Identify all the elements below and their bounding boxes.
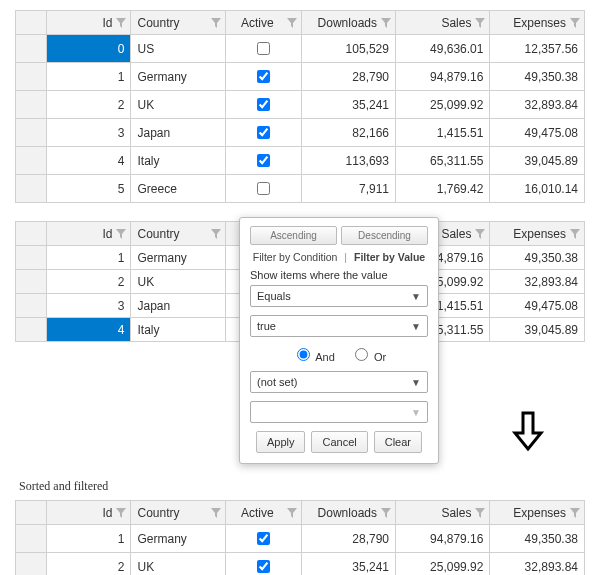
cell-id[interactable]: 2 [47,270,131,294]
filter-icon[interactable] [287,18,297,28]
column-header-active[interactable]: Active [225,501,301,525]
cell-country[interactable]: UK [131,91,225,119]
cell-expenses[interactable]: 49,475.08 [490,119,585,147]
column-header-id[interactable]: Id [47,222,131,246]
apply-button[interactable]: Apply [256,431,306,453]
column-header-id[interactable]: Id [47,11,131,35]
active-checkbox[interactable] [257,70,270,83]
cell-downloads[interactable]: 28,790 [301,63,395,91]
cell-active[interactable] [225,63,301,91]
cell-sales[interactable]: 94,879.16 [395,525,489,553]
cell-expenses[interactable]: 32,893.84 [490,270,585,294]
filter-icon[interactable] [116,508,126,518]
row-header[interactable] [16,270,47,294]
sort-ascending-button[interactable]: Ascending [250,226,337,245]
cell-downloads[interactable]: 35,241 [301,553,395,576]
cell-country[interactable]: UK [131,270,225,294]
row-header[interactable] [16,63,47,91]
table-row[interactable]: 0US105,52949,636.0112,357.56 [16,35,585,63]
filter-value-2[interactable]: ▼ [250,401,428,423]
cell-id[interactable]: 2 [47,553,131,576]
filter-logic-or[interactable]: Or [350,351,386,363]
cell-id[interactable]: 3 [47,294,131,318]
cell-id[interactable]: 3 [47,119,131,147]
active-checkbox[interactable] [257,126,270,139]
cell-active[interactable] [225,175,301,203]
filter-icon[interactable] [475,508,485,518]
cell-id[interactable]: 1 [47,246,131,270]
cell-active[interactable] [225,147,301,175]
filter-icon[interactable] [287,508,297,518]
cell-country[interactable]: Germany [131,63,225,91]
table-row[interactable]: 4Italy113,69365,311.5539,045.89 [16,147,585,175]
cell-active[interactable] [225,119,301,147]
row-header[interactable] [16,553,47,576]
filter-icon[interactable] [116,18,126,28]
filter-operator-2[interactable]: (not set)▼ [250,371,428,393]
column-header-sales[interactable]: Sales [395,11,489,35]
cell-expenses[interactable]: 32,893.84 [490,553,585,576]
cell-active[interactable] [225,525,301,553]
clear-button[interactable]: Clear [374,431,422,453]
column-header-active[interactable]: Active [225,11,301,35]
cell-expenses[interactable]: 39,045.89 [490,147,585,175]
cell-country[interactable]: Greece [131,175,225,203]
cell-expenses[interactable]: 12,357.56 [490,35,585,63]
filter-icon[interactable] [475,229,485,239]
cell-downloads[interactable]: 113,693 [301,147,395,175]
cell-id[interactable]: 0 [47,35,131,63]
column-header-sales[interactable]: Sales [395,501,489,525]
filter-icon[interactable] [211,18,221,28]
filter-icon[interactable] [475,18,485,28]
filter-icon[interactable] [381,508,391,518]
cell-sales[interactable]: 49,636.01 [395,35,489,63]
cell-expenses[interactable]: 32,893.84 [490,91,585,119]
cell-country[interactable]: UK [131,553,225,576]
filter-icon[interactable] [211,229,221,239]
cell-id[interactable]: 4 [47,147,131,175]
filter-icon[interactable] [570,229,580,239]
cell-expenses[interactable]: 16,010.14 [490,175,585,203]
active-checkbox[interactable] [257,98,270,111]
active-checkbox[interactable] [257,42,270,55]
filter-icon[interactable] [116,229,126,239]
cell-expenses[interactable]: 49,475.08 [490,294,585,318]
cancel-button[interactable]: Cancel [311,431,367,453]
cell-active[interactable] [225,91,301,119]
cell-sales[interactable]: 25,099.92 [395,553,489,576]
column-header-expenses[interactable]: Expenses [490,11,585,35]
cell-sales[interactable]: 65,311.55 [395,147,489,175]
column-header-country[interactable]: Country [131,501,225,525]
filter-icon[interactable] [570,508,580,518]
row-header[interactable] [16,318,47,342]
cell-downloads[interactable]: 82,166 [301,119,395,147]
cell-active[interactable] [225,553,301,576]
column-header-expenses[interactable]: Expenses [490,501,585,525]
cell-downloads[interactable]: 7,911 [301,175,395,203]
cell-expenses[interactable]: 49,350.38 [490,525,585,553]
tab-filter-by-condition[interactable]: Filter by Condition [253,251,338,263]
cell-country[interactable]: Japan [131,294,225,318]
cell-id[interactable]: 1 [47,63,131,91]
row-header[interactable] [16,147,47,175]
cell-sales[interactable]: 1,415.51 [395,119,489,147]
table-row[interactable]: 2UK35,24125,099.9232,893.84 [16,553,585,576]
cell-sales[interactable]: 25,099.92 [395,91,489,119]
data-grid-initial[interactable]: IdCountryActiveDownloadsSalesExpenses 0U… [15,10,585,203]
table-row[interactable]: 5Greece7,9111,769.4216,010.14 [16,175,585,203]
cell-sales[interactable]: 94,879.16 [395,63,489,91]
cell-country[interactable]: US [131,35,225,63]
row-header[interactable] [16,294,47,318]
filter-value-1[interactable]: true▼ [250,315,428,337]
column-header-downloads[interactable]: Downloads [301,11,395,35]
table-row[interactable]: 1Germany28,79094,879.1649,350.38 [16,63,585,91]
sort-descending-button[interactable]: Descending [341,226,428,245]
row-header[interactable] [16,119,47,147]
cell-expenses[interactable]: 49,350.38 [490,246,585,270]
cell-expenses[interactable]: 39,045.89 [490,318,585,342]
cell-id[interactable]: 4 [47,318,131,342]
filter-operator-1[interactable]: Equals▼ [250,285,428,307]
column-header-country[interactable]: Country [131,11,225,35]
filter-icon[interactable] [381,18,391,28]
active-checkbox[interactable] [257,154,270,167]
